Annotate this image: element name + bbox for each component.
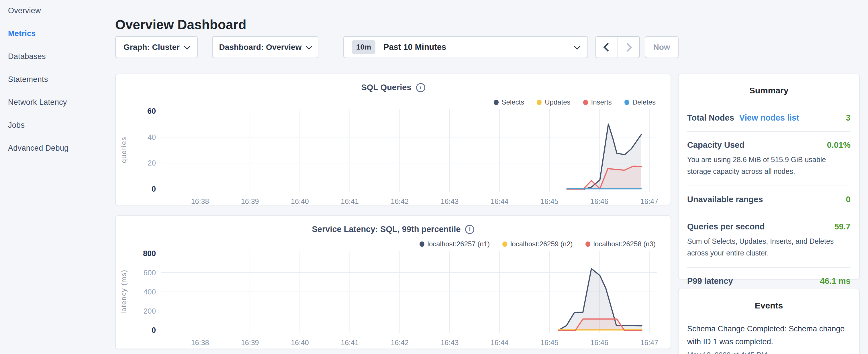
svg-text:16:44: 16:44 xyxy=(491,197,509,205)
svg-text:16:43: 16:43 xyxy=(441,339,459,347)
divider xyxy=(687,186,850,186)
chevron-down-icon xyxy=(574,43,581,50)
summary-row-label: Total NodesView nodes list xyxy=(687,113,799,123)
summary-row-qps: Queries per second 59.7 xyxy=(687,222,850,231)
sidebar-nav: Overview Metrics Databases Statements Ne… xyxy=(8,7,68,152)
sidebar-item-advanced-debug[interactable]: Advanced Debug xyxy=(8,144,68,152)
svg-text:16:46: 16:46 xyxy=(590,197,608,205)
chevron-right-icon xyxy=(623,43,632,52)
graph-scope-dropdown[interactable]: Graph: Cluster xyxy=(115,36,198,58)
events-title: Events xyxy=(679,301,859,311)
svg-text:16:38: 16:38 xyxy=(191,197,209,205)
p99-latency-label: P99 latency xyxy=(687,277,733,286)
svg-text:16:42: 16:42 xyxy=(391,339,409,347)
total-nodes-label: Total Nodes xyxy=(687,113,734,122)
svg-text:400: 400 xyxy=(144,288,156,296)
service-latency-chart-card: Service Latency: SQL, 99th percentile i … xyxy=(115,215,671,349)
db-console-page: Overview Metrics Databases Statements Ne… xyxy=(0,0,868,354)
svg-text:20: 20 xyxy=(148,159,156,167)
now-button[interactable]: Now xyxy=(645,36,679,58)
svg-text:40: 40 xyxy=(148,133,156,141)
svg-text:16:45: 16:45 xyxy=(540,339,559,347)
summary-row-total-nodes: Total NodesView nodes list 3 xyxy=(687,113,850,123)
events-body: Schema Change Completed: Schema change w… xyxy=(679,322,859,354)
svg-text:16:47: 16:47 xyxy=(641,197,658,205)
now-button-label: Now xyxy=(653,43,670,52)
qps-value: 59.7 xyxy=(834,222,850,231)
dashboard-dropdown[interactable]: Dashboard: Overview xyxy=(212,36,318,58)
chevron-down-icon xyxy=(306,43,312,50)
time-step-forward-button[interactable] xyxy=(618,37,640,58)
toolbar-divider xyxy=(333,37,333,57)
time-step-back-button[interactable] xyxy=(596,37,618,58)
svg-text:16:43: 16:43 xyxy=(441,197,459,205)
time-range-label: Past 10 Minutes xyxy=(383,42,446,52)
svg-text:16:44: 16:44 xyxy=(491,339,509,347)
sidebar-item-overview[interactable]: Overview xyxy=(8,7,68,14)
svg-text:16:41: 16:41 xyxy=(341,339,359,347)
summary-row-unavailable-ranges: Unavailable ranges 0 xyxy=(687,195,850,204)
divider xyxy=(687,213,850,213)
time-range-dropdown[interactable]: 10m Past 10 Minutes xyxy=(343,36,588,58)
unavailable-ranges-label: Unavailable ranges xyxy=(687,195,763,204)
capacity-used-value: 0.01% xyxy=(827,140,850,150)
event-item-text[interactable]: Schema Change Completed: Schema change w… xyxy=(687,322,850,349)
svg-text:0: 0 xyxy=(152,326,156,334)
event-item-date: May 13, 2020 at 4:45 PM xyxy=(687,351,850,354)
svg-text:16:38: 16:38 xyxy=(191,339,209,347)
time-step-buttons xyxy=(595,36,640,58)
summary-title: Summary xyxy=(679,86,859,95)
summary-panel: Summary Total NodesView nodes list 3 Cap… xyxy=(678,74,860,280)
divider xyxy=(687,131,850,132)
service-latency-plot: 16:3816:3916:4016:4116:4216:4316:4416:45… xyxy=(116,216,672,350)
svg-text:60: 60 xyxy=(147,107,156,116)
svg-text:16:47: 16:47 xyxy=(641,339,658,347)
unavailable-ranges-value: 0 xyxy=(846,195,850,204)
view-nodes-list-link[interactable]: View nodes list xyxy=(739,113,799,122)
svg-text:200: 200 xyxy=(144,307,156,315)
chevron-left-icon xyxy=(603,43,612,52)
svg-text:16:40: 16:40 xyxy=(291,339,309,347)
summary-row-p99: P99 latency 46.1 ms xyxy=(687,277,850,286)
svg-text:16:39: 16:39 xyxy=(241,197,259,205)
sidebar-item-network-latency[interactable]: Network Latency xyxy=(8,98,68,106)
capacity-used-subtext: You are using 28.6 MiB of 515.9 GiB usab… xyxy=(687,154,850,177)
dashboard-label: Dashboard: Overview xyxy=(219,43,302,52)
svg-text:16:45: 16:45 xyxy=(540,197,559,205)
time-range-badge: 10m xyxy=(352,40,375,54)
svg-text:0: 0 xyxy=(152,185,156,193)
sql-queries-plot: 16:3816:3916:4016:4116:4216:4316:4416:45… xyxy=(116,74,672,206)
svg-text:800: 800 xyxy=(143,249,156,258)
svg-text:16:42: 16:42 xyxy=(391,197,409,205)
events-panel: Events Schema Change Completed: Schema c… xyxy=(678,289,860,354)
svg-text:16:40: 16:40 xyxy=(291,197,309,205)
svg-text:600: 600 xyxy=(144,268,156,277)
sidebar-item-databases[interactable]: Databases xyxy=(8,53,68,60)
sidebar-item-metrics[interactable]: Metrics xyxy=(8,30,68,37)
p99-latency-value: 46.1 ms xyxy=(820,277,850,286)
capacity-used-label: Capacity Used xyxy=(687,140,744,150)
sidebar-item-statements[interactable]: Statements xyxy=(8,75,68,83)
svg-text:16:39: 16:39 xyxy=(241,339,259,347)
sidebar-item-jobs[interactable]: Jobs xyxy=(8,121,68,129)
svg-text:16:46: 16:46 xyxy=(590,339,608,347)
page-title: Overview Dashboard xyxy=(115,17,246,32)
divider xyxy=(687,267,850,268)
svg-text:16:41: 16:41 xyxy=(341,197,359,205)
graph-scope-label: Graph: Cluster xyxy=(124,43,180,52)
sql-queries-chart-card: SQL Queries i SelectsUpdatesInsertsDelet… xyxy=(115,74,671,205)
qps-label: Queries per second xyxy=(687,222,765,231)
qps-subtext: Sum of Selects, Updates, Inserts, and De… xyxy=(687,235,850,259)
chevron-down-icon xyxy=(184,43,191,50)
summary-row-capacity: Capacity Used 0.01% xyxy=(687,140,850,150)
summary-body: Total NodesView nodes list 3 Capacity Us… xyxy=(679,113,859,286)
total-nodes-value: 3 xyxy=(846,113,850,123)
